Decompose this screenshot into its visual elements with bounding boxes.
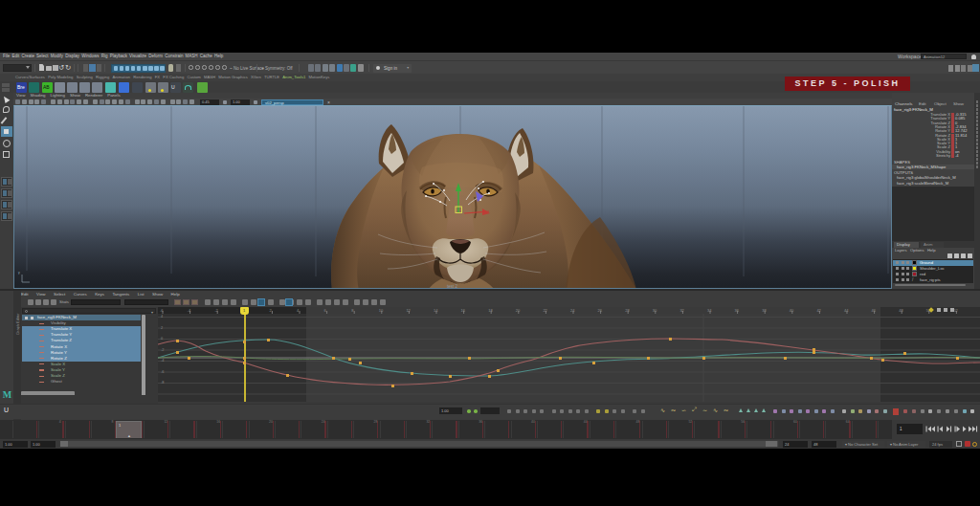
svg-text:52: 52	[953, 308, 958, 313]
svg-text:14: 14	[434, 308, 438, 313]
svg-text:46: 46	[872, 308, 877, 313]
svg-text:20: 20	[516, 308, 521, 313]
svg-text:10: 10	[379, 308, 384, 313]
svg-text:22: 22	[543, 308, 547, 313]
svg-text:12: 12	[406, 308, 411, 313]
svg-text:y: y	[18, 271, 20, 275]
svg-text:30: 30	[653, 308, 657, 313]
svg-text:24: 24	[570, 308, 575, 313]
svg-text:44: 44	[844, 308, 849, 313]
svg-text:28: 28	[625, 308, 630, 313]
svg-text:36: 36	[735, 308, 740, 313]
svg-text:-6: -6	[160, 308, 164, 313]
svg-text:40: 40	[790, 308, 794, 313]
svg-text:38: 38	[762, 308, 767, 313]
svg-text:32: 32	[679, 308, 684, 313]
svg-text:26: 26	[598, 308, 603, 313]
svg-text:34: 34	[707, 308, 712, 313]
svg-text:-4: -4	[188, 308, 191, 313]
svg-text:18: 18	[488, 308, 493, 313]
svg-text:48: 48	[899, 308, 903, 313]
svg-text:42: 42	[816, 308, 821, 313]
svg-text:16: 16	[461, 308, 466, 313]
svg-text:-2: -2	[214, 308, 218, 313]
